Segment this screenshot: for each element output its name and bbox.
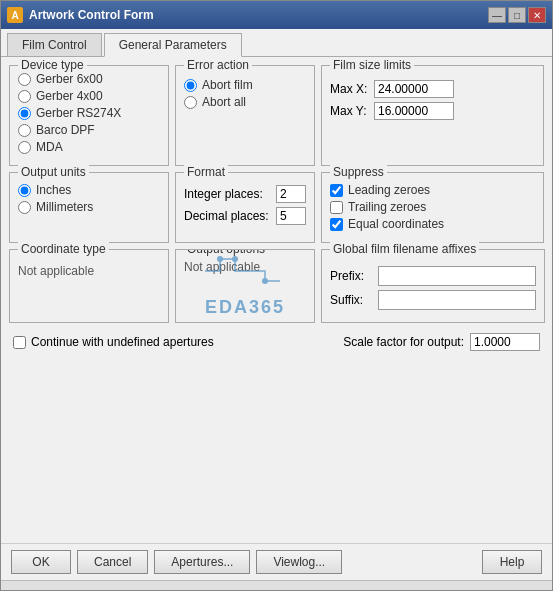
radio-gerberrs274x[interactable]: [18, 107, 31, 120]
global-film-group: Global film filename affixes Prefix: Suf…: [321, 249, 545, 323]
integer-places-row: Integer places:: [184, 185, 306, 203]
max-x-row: Max X:: [330, 80, 535, 98]
row3: Coordinate type Not applicable Output op…: [9, 249, 544, 323]
suppress-title: Suppress: [330, 165, 387, 179]
label-mda: MDA: [36, 140, 63, 154]
label-gerberrs274x: Gerber RS274X: [36, 106, 121, 120]
title-bar: A Artwork Control Form — □ ✕: [1, 1, 552, 29]
units-inches: Inches: [18, 183, 160, 197]
ok-button[interactable]: OK: [11, 550, 71, 574]
eda365-text: EDA365: [200, 297, 290, 318]
check-equal-coords[interactable]: [330, 218, 343, 231]
device-mda: MDA: [18, 140, 160, 154]
tab-bar: Film Control General Parameters: [1, 29, 552, 57]
label-gerber4x00: Gerber 4x00: [36, 89, 103, 103]
suffix-input[interactable]: [378, 290, 536, 310]
scale-factor-label: Scale factor for output:: [343, 335, 464, 349]
cancel-button[interactable]: Cancel: [77, 550, 148, 574]
max-y-label: Max Y:: [330, 104, 368, 118]
row4: Continue with undefined apertures Scale …: [9, 329, 544, 355]
integer-label: Integer places:: [184, 187, 263, 201]
prefix-input[interactable]: [378, 266, 536, 286]
app-icon: A: [7, 7, 23, 23]
apertures-button[interactable]: Apertures...: [154, 550, 250, 574]
radio-abort-film[interactable]: [184, 79, 197, 92]
format-group: Format Integer places: Decimal places:: [175, 172, 315, 243]
error-action-group: Error action Abort film Abort all: [175, 65, 315, 166]
radio-millimeters[interactable]: [18, 201, 31, 214]
integer-input[interactable]: [276, 185, 306, 203]
units-millimeters: Millimeters: [18, 200, 160, 214]
coordinate-type-group: Coordinate type Not applicable: [9, 249, 169, 323]
window-title: Artwork Control Form: [29, 8, 154, 22]
film-size-title: Film size limits: [330, 58, 414, 72]
error-abort-film: Abort film: [184, 78, 306, 92]
row2: Output units Inches Millimeters Format: [9, 172, 544, 243]
suppress-group: Suppress Leading zeroes Trailing zeroes …: [321, 172, 544, 243]
prefix-label: Prefix:: [330, 269, 372, 283]
max-y-input[interactable]: [374, 102, 454, 120]
maximize-button[interactable]: □: [508, 7, 526, 23]
max-y-row: Max Y:: [330, 102, 535, 120]
format-title: Format: [184, 165, 228, 179]
scale-factor-input[interactable]: [470, 333, 540, 351]
title-buttons: — □ ✕: [488, 7, 546, 23]
main-content: Device type Gerber 6x00 Gerber 4x00 Gerb…: [1, 57, 552, 543]
max-x-input[interactable]: [374, 80, 454, 98]
label-trailing-zeroes: Trailing zeroes: [348, 200, 426, 214]
device-gerberrs274x: Gerber RS274X: [18, 106, 160, 120]
scrollbar-area: [1, 580, 552, 590]
radio-barcodpf[interactable]: [18, 124, 31, 137]
output-options-title: Output options: [184, 249, 268, 256]
radio-mda[interactable]: [18, 141, 31, 154]
continue-label: Continue with undefined apertures: [31, 335, 214, 349]
help-button[interactable]: Help: [482, 550, 542, 574]
suppress-equal: Equal coordinates: [330, 217, 535, 231]
label-millimeters: Millimeters: [36, 200, 93, 214]
suffix-row: Suffix:: [330, 290, 536, 310]
output-options-group: Output options Not applicable EDA365: [175, 249, 315, 323]
radio-gerber6x00[interactable]: [18, 73, 31, 86]
film-size-group: Film size limits Max X: Max Y:: [321, 65, 544, 166]
label-barcodpf: Barco DPF: [36, 123, 95, 137]
device-type-group: Device type Gerber 6x00 Gerber 4x00 Gerb…: [9, 65, 169, 166]
device-barcodpf: Barco DPF: [18, 123, 160, 137]
svg-point-2: [262, 278, 268, 284]
close-button[interactable]: ✕: [528, 7, 546, 23]
radio-gerber4x00[interactable]: [18, 90, 31, 103]
check-trailing-zeroes[interactable]: [330, 201, 343, 214]
device-type-title: Device type: [18, 58, 87, 72]
main-window: A Artwork Control Form — □ ✕ Film Contro…: [0, 0, 553, 591]
label-abort-all: Abort all: [202, 95, 246, 109]
decimal-places-row: Decimal places:: [184, 207, 306, 225]
coordinate-type-value: Not applicable: [18, 264, 94, 278]
label-gerber6x00: Gerber 6x00: [36, 72, 103, 86]
tab-film-control[interactable]: Film Control: [7, 33, 102, 56]
decimal-label: Decimal places:: [184, 209, 269, 223]
output-units-title: Output units: [18, 165, 89, 179]
bottom-buttons: OK Cancel Apertures... Viewlog... Help: [1, 543, 552, 580]
global-film-title: Global film filename affixes: [330, 242, 479, 256]
device-gerber6x00: Gerber 6x00: [18, 72, 160, 86]
decimal-input[interactable]: [276, 207, 306, 225]
continue-checkbox[interactable]: [13, 336, 26, 349]
error-abort-all: Abort all: [184, 95, 306, 109]
row1: Device type Gerber 6x00 Gerber 4x00 Gerb…: [9, 65, 544, 166]
minimize-button[interactable]: —: [488, 7, 506, 23]
viewlog-button[interactable]: Viewlog...: [256, 550, 342, 574]
device-gerber4x00: Gerber 4x00: [18, 89, 160, 103]
coordinate-type-title: Coordinate type: [18, 242, 109, 256]
tab-general-parameters[interactable]: General Parameters: [104, 33, 242, 57]
radio-abort-all[interactable]: [184, 96, 197, 109]
suppress-leading: Leading zeroes: [330, 183, 535, 197]
scale-factor-row: Scale factor for output:: [343, 333, 540, 351]
output-options-value: Not applicable: [184, 260, 260, 274]
label-abort-film: Abort film: [202, 78, 253, 92]
max-x-label: Max X:: [330, 82, 368, 96]
check-leading-zeroes[interactable]: [330, 184, 343, 197]
suffix-label: Suffix:: [330, 293, 372, 307]
label-leading-zeroes: Leading zeroes: [348, 183, 430, 197]
radio-inches[interactable]: [18, 184, 31, 197]
title-bar-left: A Artwork Control Form: [7, 7, 154, 23]
left-buttons: OK Cancel Apertures... Viewlog...: [11, 550, 342, 574]
